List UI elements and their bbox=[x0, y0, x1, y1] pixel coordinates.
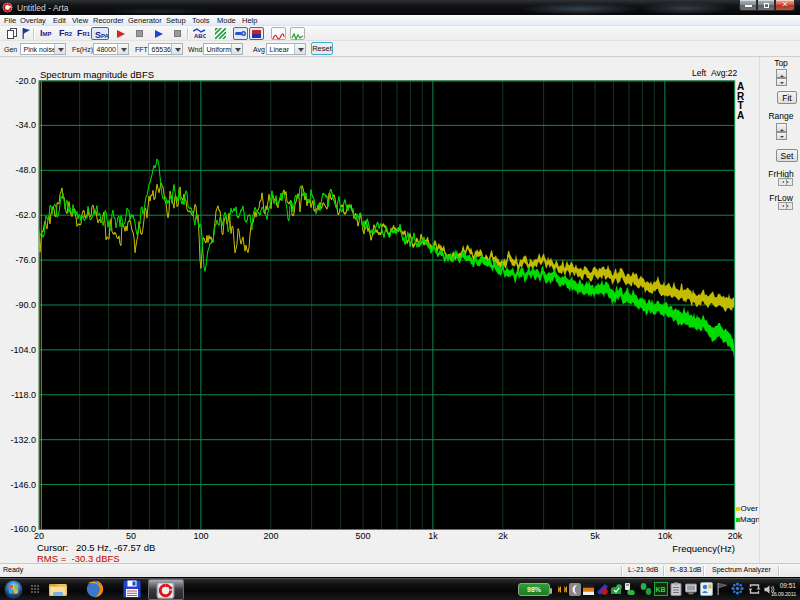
svg-text:ABC: ABC bbox=[194, 33, 206, 39]
svg-text:KB: KB bbox=[656, 586, 666, 593]
